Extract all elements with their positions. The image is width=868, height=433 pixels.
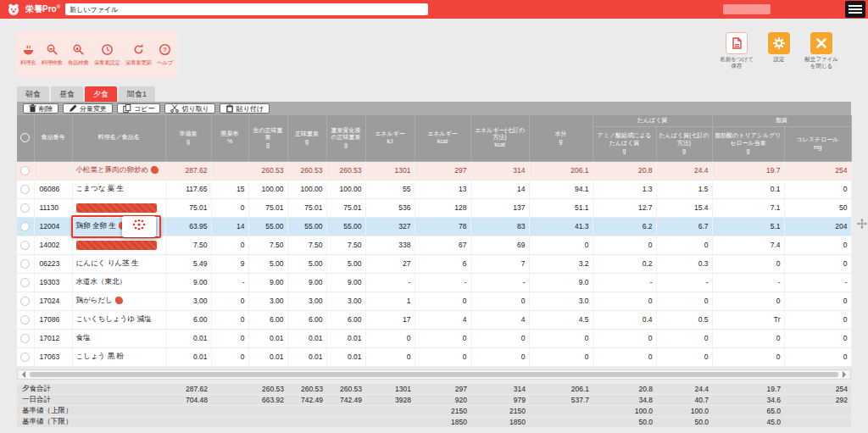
summary-value: 50.0 bbox=[593, 417, 656, 427]
cell-value: 14 bbox=[470, 180, 529, 198]
row-radio[interactable] bbox=[20, 353, 30, 362]
tab-breakfast[interactable]: 朝食 bbox=[17, 86, 49, 102]
food-row[interactable]: 17086こいくちしょうゆ 減塩6.0006.006.006.0017444.5… bbox=[17, 310, 851, 329]
food-row[interactable]: 06086こまつな 葉 生117.6515100.00100.00100.005… bbox=[17, 180, 851, 198]
dish-search-button[interactable]: 料理検索 bbox=[42, 42, 62, 67]
dish-name-button[interactable]: 料理名 bbox=[20, 42, 36, 67]
cell-food-name bbox=[72, 198, 165, 217]
scroll-left-button[interactable] bbox=[20, 371, 27, 378]
file-name-input[interactable] bbox=[65, 3, 428, 15]
cell-value: 0.01 bbox=[287, 329, 326, 347]
summary-value: 1850 bbox=[470, 417, 529, 427]
cell-select bbox=[17, 310, 34, 329]
cell-value: 9.0 bbox=[529, 273, 593, 291]
cell-value: 0 bbox=[784, 310, 851, 329]
food-row[interactable]: 140027.5007.507.507.5033867690007.40 bbox=[17, 236, 851, 254]
close-file-button[interactable]: 献立ファイルを閉じる bbox=[804, 32, 839, 69]
cell-value: 0 bbox=[211, 236, 248, 254]
cell-value: 15.4 bbox=[656, 198, 712, 217]
tab-dinner[interactable]: 夕食 bbox=[85, 86, 117, 102]
cell-value: 0 bbox=[712, 254, 784, 273]
summary-label: 基準値（下限） bbox=[17, 417, 165, 427]
scrollbar-thumb[interactable] bbox=[30, 372, 838, 377]
cell-value: 0.4 bbox=[593, 310, 656, 329]
summary-value: 24.4 bbox=[656, 384, 712, 394]
food-row[interactable]: 17012食塩0.0100.010.010.0100000000 bbox=[17, 329, 851, 347]
nutrient-update-button[interactable]: 栄養素更新 bbox=[125, 42, 152, 67]
row-radio[interactable] bbox=[20, 297, 30, 306]
cell-value: 314 bbox=[470, 161, 529, 180]
hamburger-menu-button[interactable] bbox=[845, 1, 865, 18]
tab-snack1[interactable]: 間食1 bbox=[119, 86, 155, 102]
summary-value: 45.0 bbox=[712, 417, 784, 427]
food-row[interactable]: 17063こしょう 黒 粉0.0100.010.010.0100000000 bbox=[17, 347, 851, 366]
food-row[interactable]: 17024鶏がらだし3.0003.003.003.001003.00000 bbox=[17, 291, 851, 310]
row-radio[interactable] bbox=[20, 203, 30, 213]
summary-value bbox=[211, 395, 248, 405]
change-amount-button[interactable]: 分量変更 bbox=[63, 103, 113, 114]
food-search-icon bbox=[72, 42, 85, 57]
tab-lunch[interactable]: 昼食 bbox=[51, 86, 83, 102]
cell-food-no: 17063 bbox=[34, 347, 72, 366]
dish-row[interactable]: 小松菜と豚肉の卵炒め287.62260.53260.53260.53130129… bbox=[17, 161, 851, 180]
move-handle-icon[interactable] bbox=[857, 217, 867, 232]
food-search-button[interactable]: 食品検索 bbox=[68, 42, 88, 67]
cell-food-name: 小松菜と豚肉の卵炒め bbox=[72, 161, 165, 180]
food-row[interactable]: 1113075.01075.0175.0175.0153612813751.11… bbox=[17, 198, 851, 217]
settings-button[interactable]: 設定 bbox=[761, 32, 797, 63]
summary-value: 260.53 bbox=[248, 384, 287, 394]
cell-value: 100.00 bbox=[248, 180, 287, 198]
cell-value: 83 bbox=[470, 217, 529, 236]
summary-value bbox=[165, 406, 211, 416]
cell-value: 338 bbox=[365, 236, 415, 254]
row-radio[interactable] bbox=[20, 185, 30, 194]
cell-value: 204 bbox=[784, 217, 851, 236]
col-header-select bbox=[17, 115, 34, 161]
summary-value: 292 bbox=[784, 395, 851, 405]
cell-value: 6.00 bbox=[248, 310, 287, 329]
cell-value: 0.2 bbox=[593, 254, 656, 273]
summary-row: 基準値（下限）1850185050.050.045.0 bbox=[17, 417, 851, 427]
row-radio[interactable] bbox=[20, 166, 30, 175]
row-radio[interactable] bbox=[20, 259, 30, 269]
cell-value: 75.01 bbox=[326, 198, 365, 217]
row-radio[interactable] bbox=[20, 222, 30, 231]
cell-value: 3.00 bbox=[248, 291, 287, 310]
row-radio[interactable] bbox=[20, 241, 30, 250]
cell-value: - bbox=[656, 273, 712, 291]
scroll-right-button[interactable] bbox=[841, 371, 848, 378]
cell-food-name: こまつな 葉 生 bbox=[72, 180, 165, 198]
delete-button[interactable]: 削除 bbox=[23, 103, 58, 114]
summary-value bbox=[211, 417, 248, 427]
row-radio[interactable] bbox=[20, 334, 30, 343]
cell-food-no: 14002 bbox=[34, 236, 72, 254]
cell-value: 75.01 bbox=[287, 198, 326, 217]
toolbar-item-label: ヘルプ bbox=[157, 59, 173, 67]
egg-dots-icon bbox=[130, 219, 148, 234]
copy-button[interactable]: コピー bbox=[117, 103, 160, 114]
horizontal-scrollbar[interactable] bbox=[17, 369, 851, 380]
cell-value: 0 bbox=[529, 347, 593, 366]
cut-button[interactable]: 切り取り bbox=[164, 103, 214, 114]
summary-value bbox=[784, 406, 851, 416]
paste-button[interactable]: 貼り付け bbox=[220, 103, 270, 114]
summary-value: 297 bbox=[415, 384, 470, 394]
row-radio[interactable] bbox=[20, 278, 30, 287]
food-row[interactable]: 19303水道水（東北）9.00-9.009.009.00---9.0---- bbox=[17, 273, 851, 291]
cell-value: 0 bbox=[593, 236, 656, 254]
help-button[interactable]: ? ヘルプ bbox=[157, 42, 173, 67]
food-row[interactable]: 06223にんにく りん茎 生5.4995.005.005.0027673.20… bbox=[17, 254, 851, 273]
summary-value bbox=[211, 406, 248, 416]
cell-food-no bbox=[34, 161, 72, 180]
save-as-button[interactable]: 名前をつけて保存 bbox=[719, 32, 754, 69]
row-radio[interactable] bbox=[20, 315, 30, 325]
cell-value: 3.2 bbox=[529, 254, 593, 273]
cell-value: 41.3 bbox=[529, 217, 593, 236]
cell-value: 7.4 bbox=[712, 236, 784, 254]
close-icon bbox=[810, 32, 832, 54]
cell-value: 75.01 bbox=[165, 198, 211, 217]
cell-value: 1 bbox=[365, 291, 415, 310]
nutrient-settings-button[interactable]: 栄養素設定 bbox=[94, 42, 120, 67]
food-row[interactable]: 12004鶏卵 全卵 生63.951455.0055.0055.00327788… bbox=[17, 217, 851, 236]
select-all-radio[interactable] bbox=[20, 133, 30, 142]
